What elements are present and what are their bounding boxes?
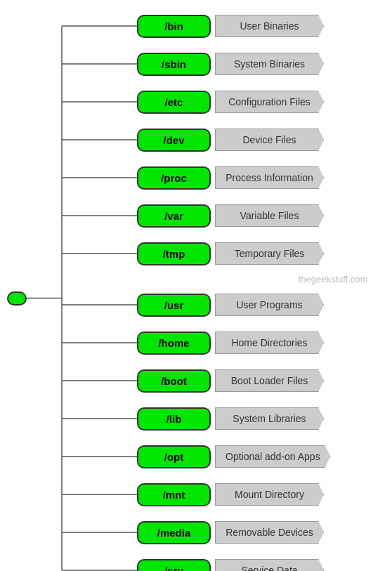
- root-node: [7, 291, 27, 306]
- label-usr: User Programs: [215, 294, 324, 316]
- list-item: /tmpTemporary Files: [137, 237, 392, 270]
- node-lib: /lib: [137, 407, 211, 431]
- node-boot: /boot: [137, 369, 211, 393]
- list-item: /mntMount Directory: [137, 478, 392, 511]
- list-item: /etcConfiguration Files: [137, 86, 392, 118]
- list-item: /devDevice Files: [137, 124, 392, 156]
- node-dev: /dev: [137, 129, 211, 152]
- watermark: thegeekstuff.com: [274, 274, 392, 284]
- list-item: /binUser Binaries: [137, 10, 392, 42]
- node-var: /var: [137, 204, 211, 228]
- label-boot: Boot Loader Files: [215, 369, 324, 392]
- label-proc: Process Information: [215, 166, 324, 189]
- node-bin: /bin: [137, 15, 211, 38]
- list-item: /varVariable Files: [137, 199, 392, 232]
- root-label: [7, 291, 27, 306]
- list-item: /sbinSystem Binaries: [137, 48, 392, 80]
- label-etc: Configuration Files: [215, 91, 324, 113]
- node-opt: /opt: [137, 445, 211, 468]
- list-item: /bootBoot Loader Files: [137, 365, 392, 397]
- node-usr: /usr: [137, 294, 211, 317]
- rows-container: /binUser Binaries/sbinSystem Binaries/et…: [137, 7, 392, 571]
- node-home: /home: [137, 332, 211, 355]
- node-mnt: /mnt: [137, 483, 211, 506]
- node-sbin: /sbin: [137, 53, 211, 76]
- list-item: /libSystem Libraries: [137, 402, 392, 435]
- list-item: /homeHome Directories: [137, 327, 392, 359]
- list-item: /usrUser Programs: [137, 289, 392, 321]
- label-sbin: System Binaries: [215, 53, 324, 75]
- label-tmp: Temporary Files: [215, 242, 324, 265]
- label-mnt: Mount Directory: [215, 483, 324, 506]
- label-media: Removable Devices: [215, 521, 324, 544]
- label-bin: User Binaries: [215, 15, 324, 37]
- label-dev: Device Files: [215, 129, 324, 151]
- node-media: /media: [137, 521, 211, 544]
- label-home: Home Directories: [215, 332, 324, 354]
- list-item: /srvService Data: [137, 554, 392, 571]
- label-lib: System Libraries: [215, 407, 324, 430]
- list-item: /mediaRemovable Devices: [137, 516, 392, 549]
- node-srv: /srv: [137, 559, 211, 572]
- node-etc: /etc: [137, 91, 211, 114]
- label-srv: Service Data: [215, 559, 324, 571]
- label-opt: Optional add-on Apps: [215, 445, 331, 468]
- node-tmp: /tmp: [137, 242, 211, 265]
- label-var: Variable Files: [215, 204, 324, 227]
- list-item: /procProcess Information: [137, 162, 392, 194]
- list-item: /optOptional add-on Apps: [137, 440, 392, 473]
- node-proc: /proc: [137, 166, 211, 190]
